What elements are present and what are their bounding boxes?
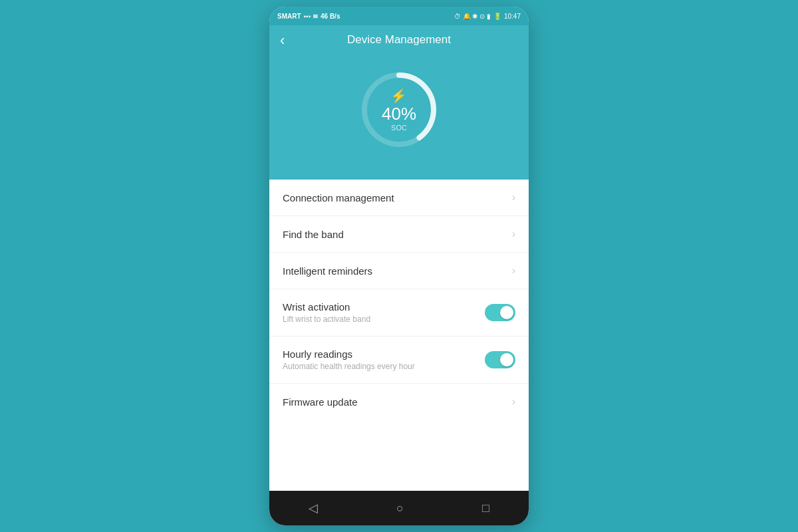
- menu-item-wrist-left: Wrist activation Lift wrist to activate …: [283, 301, 370, 324]
- nav-recent-icon[interactable]: □: [482, 501, 489, 515]
- menu-item-reminders[interactable]: Intelligent reminders ›: [269, 253, 529, 289]
- chevron-right-icon-2: ›: [512, 228, 515, 240]
- charging-icon: ⚡: [382, 88, 416, 104]
- battery-section: ⚡ 40% SOC: [269, 47, 529, 180]
- wrist-activation-toggle[interactable]: [485, 304, 515, 321]
- data-speed: 46 B/s: [321, 13, 340, 20]
- battery-percent: 40%: [382, 105, 416, 122]
- connection-title: Connection management: [283, 192, 394, 203]
- battery-status: 🔋: [493, 13, 501, 20]
- hourly-readings-subtitle: Automatic health readings every hour: [283, 362, 415, 371]
- find-band-title: Find the band: [283, 229, 344, 240]
- signal-icons: ▪▪▪ ≋: [304, 13, 318, 20]
- status-left: SMART ▪▪▪ ≋ 46 B/s: [277, 13, 340, 20]
- phone-frame: SMART ▪▪▪ ≋ 46 B/s ⏱ 🔔 ✱ ⊙ ▮ 🔋 10:47 ‹ D…: [269, 7, 529, 525]
- battery-info: ⚡ 40% SOC: [382, 88, 416, 132]
- chevron-right-icon: ›: [512, 192, 515, 203]
- nav-back-icon[interactable]: ◁: [309, 501, 318, 515]
- menu-item-connection-left: Connection management: [283, 192, 394, 203]
- menu-item-wrist-activation[interactable]: Wrist activation Lift wrist to activate …: [269, 289, 529, 336]
- menu-item-hourly-left: Hourly readings Automatic health reading…: [283, 348, 415, 371]
- menu-item-hourly-readings[interactable]: Hourly readings Automatic health reading…: [269, 336, 529, 384]
- extra-icons: ⏱ 🔔 ✱ ⊙ ▮: [454, 13, 491, 20]
- battery-soc-label: SOC: [382, 124, 416, 132]
- app-header: ‹ Device Management: [269, 25, 529, 47]
- time-display: 10:47: [504, 13, 521, 20]
- wrist-activation-title: Wrist activation: [283, 301, 370, 313]
- status-bar: SMART ▪▪▪ ≋ 46 B/s ⏱ 🔔 ✱ ⊙ ▮ 🔋 10:47: [269, 7, 529, 25]
- wrist-activation-subtitle: Lift wrist to activate band: [283, 315, 370, 324]
- status-right: ⏱ 🔔 ✱ ⊙ ▮ 🔋 10:47: [454, 13, 521, 20]
- back-button[interactable]: ‹: [280, 33, 285, 48]
- menu-item-find-band-left: Find the band: [283, 229, 344, 240]
- hourly-readings-toggle[interactable]: [485, 351, 515, 368]
- reminders-title: Intelligent reminders: [283, 265, 372, 277]
- navigation-bar: ◁ ○ □: [269, 491, 529, 525]
- page-title: Device Management: [347, 33, 451, 47]
- chevron-right-icon-4: ›: [512, 396, 515, 408]
- menu-list: Connection management › Find the band › …: [269, 180, 529, 491]
- nav-home-icon[interactable]: ○: [396, 501, 404, 515]
- menu-item-find-band[interactable]: Find the band ›: [269, 216, 529, 253]
- carrier-text: SMART: [277, 13, 301, 20]
- menu-item-firmware-left: Firmware update: [283, 396, 358, 408]
- menu-item-reminders-left: Intelligent reminders: [283, 265, 372, 277]
- firmware-update-title: Firmware update: [283, 396, 358, 408]
- menu-item-firmware[interactable]: Firmware update ›: [269, 384, 529, 420]
- menu-item-connection[interactable]: Connection management ›: [269, 180, 529, 216]
- battery-circle: ⚡ 40% SOC: [356, 66, 442, 153]
- hourly-readings-title: Hourly readings: [283, 348, 415, 360]
- chevron-right-icon-3: ›: [512, 265, 515, 277]
